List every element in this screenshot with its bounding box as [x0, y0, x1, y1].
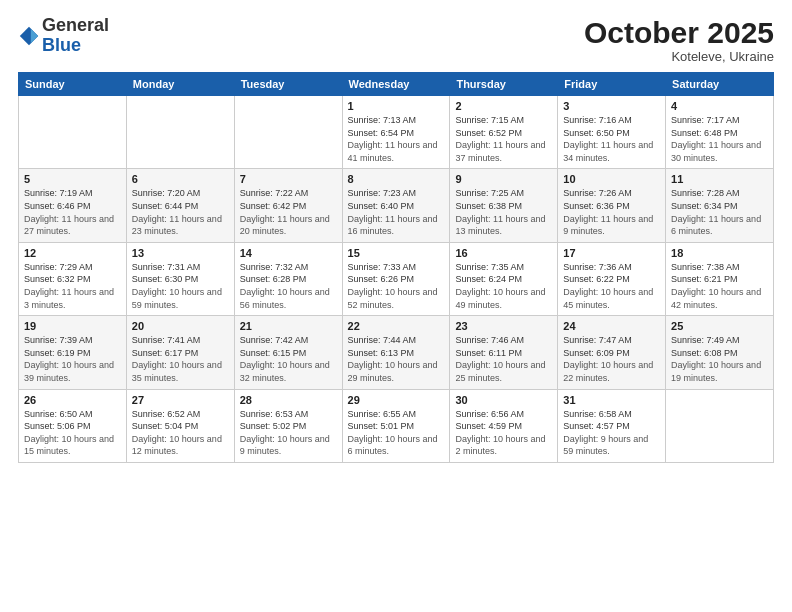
daylight-label: Daylight: 11 hours and 20 minutes. — [240, 214, 330, 237]
day-cell: 29Sunrise: 6:55 AMSunset: 5:01 PMDayligh… — [342, 389, 450, 462]
day-info: Sunrise: 7:44 AMSunset: 6:13 PMDaylight:… — [348, 334, 445, 384]
daylight-label: Daylight: 10 hours and 6 minutes. — [348, 434, 438, 457]
day-info: Sunrise: 6:53 AMSunset: 5:02 PMDaylight:… — [240, 408, 337, 458]
day-number: 3 — [563, 100, 660, 112]
daylight-label: Daylight: 11 hours and 27 minutes. — [24, 214, 114, 237]
daylight-label: Daylight: 11 hours and 30 minutes. — [671, 140, 761, 163]
day-cell: 11Sunrise: 7:28 AMSunset: 6:34 PMDayligh… — [666, 169, 774, 242]
daylight-label: Daylight: 10 hours and 12 minutes. — [132, 434, 222, 457]
day-info: Sunrise: 7:41 AMSunset: 6:17 PMDaylight:… — [132, 334, 229, 384]
day-info: Sunrise: 7:39 AMSunset: 6:19 PMDaylight:… — [24, 334, 121, 384]
col-saturday: Saturday — [666, 73, 774, 96]
calendar-table: Sunday Monday Tuesday Wednesday Thursday… — [18, 72, 774, 463]
day-cell: 23Sunrise: 7:46 AMSunset: 6:11 PMDayligh… — [450, 316, 558, 389]
day-cell: 10Sunrise: 7:26 AMSunset: 6:36 PMDayligh… — [558, 169, 666, 242]
day-number: 31 — [563, 394, 660, 406]
day-info: Sunrise: 7:22 AMSunset: 6:42 PMDaylight:… — [240, 187, 337, 237]
day-number: 26 — [24, 394, 121, 406]
day-cell — [666, 389, 774, 462]
day-number: 9 — [455, 173, 552, 185]
col-monday: Monday — [126, 73, 234, 96]
logo: General Blue — [18, 16, 109, 56]
day-number: 14 — [240, 247, 337, 259]
weekday-header-row: Sunday Monday Tuesday Wednesday Thursday… — [19, 73, 774, 96]
day-number: 25 — [671, 320, 768, 332]
day-number: 2 — [455, 100, 552, 112]
daylight-label: Daylight: 11 hours and 13 minutes. — [455, 214, 545, 237]
day-cell: 2Sunrise: 7:15 AMSunset: 6:52 PMDaylight… — [450, 96, 558, 169]
daylight-label: Daylight: 10 hours and 45 minutes. — [563, 287, 653, 310]
week-row-2: 5Sunrise: 7:19 AMSunset: 6:46 PMDaylight… — [19, 169, 774, 242]
day-cell: 8Sunrise: 7:23 AMSunset: 6:40 PMDaylight… — [342, 169, 450, 242]
day-number: 4 — [671, 100, 768, 112]
daylight-label: Daylight: 10 hours and 9 minutes. — [240, 434, 330, 457]
daylight-label: Daylight: 10 hours and 42 minutes. — [671, 287, 761, 310]
day-number: 23 — [455, 320, 552, 332]
day-number: 5 — [24, 173, 121, 185]
day-cell: 4Sunrise: 7:17 AMSunset: 6:48 PMDaylight… — [666, 96, 774, 169]
day-number: 29 — [348, 394, 445, 406]
day-info: Sunrise: 7:23 AMSunset: 6:40 PMDaylight:… — [348, 187, 445, 237]
day-info: Sunrise: 7:17 AMSunset: 6:48 PMDaylight:… — [671, 114, 768, 164]
day-info: Sunrise: 7:35 AMSunset: 6:24 PMDaylight:… — [455, 261, 552, 311]
day-number: 10 — [563, 173, 660, 185]
day-number: 27 — [132, 394, 229, 406]
header: General Blue October 2025 Koteleve, Ukra… — [18, 16, 774, 64]
week-row-1: 1Sunrise: 7:13 AMSunset: 6:54 PMDaylight… — [19, 96, 774, 169]
col-wednesday: Wednesday — [342, 73, 450, 96]
day-cell: 3Sunrise: 7:16 AMSunset: 6:50 PMDaylight… — [558, 96, 666, 169]
day-info: Sunrise: 7:25 AMSunset: 6:38 PMDaylight:… — [455, 187, 552, 237]
svg-marker-1 — [31, 28, 38, 43]
day-number: 12 — [24, 247, 121, 259]
day-cell: 31Sunrise: 6:58 AMSunset: 4:57 PMDayligh… — [558, 389, 666, 462]
day-info: Sunrise: 6:55 AMSunset: 5:01 PMDaylight:… — [348, 408, 445, 458]
col-sunday: Sunday — [19, 73, 127, 96]
daylight-label: Daylight: 10 hours and 56 minutes. — [240, 287, 330, 310]
day-cell: 27Sunrise: 6:52 AMSunset: 5:04 PMDayligh… — [126, 389, 234, 462]
day-cell: 17Sunrise: 7:36 AMSunset: 6:22 PMDayligh… — [558, 242, 666, 315]
week-row-4: 19Sunrise: 7:39 AMSunset: 6:19 PMDayligh… — [19, 316, 774, 389]
daylight-label: Daylight: 11 hours and 3 minutes. — [24, 287, 114, 310]
day-info: Sunrise: 7:15 AMSunset: 6:52 PMDaylight:… — [455, 114, 552, 164]
daylight-label: Daylight: 10 hours and 35 minutes. — [132, 360, 222, 383]
day-info: Sunrise: 6:58 AMSunset: 4:57 PMDaylight:… — [563, 408, 660, 458]
day-info: Sunrise: 7:42 AMSunset: 6:15 PMDaylight:… — [240, 334, 337, 384]
logo-icon — [18, 25, 40, 47]
week-row-3: 12Sunrise: 7:29 AMSunset: 6:32 PMDayligh… — [19, 242, 774, 315]
daylight-label: Daylight: 10 hours and 49 minutes. — [455, 287, 545, 310]
day-number: 7 — [240, 173, 337, 185]
daylight-label: Daylight: 10 hours and 15 minutes. — [24, 434, 114, 457]
daylight-label: Daylight: 11 hours and 9 minutes. — [563, 214, 653, 237]
day-cell: 21Sunrise: 7:42 AMSunset: 6:15 PMDayligh… — [234, 316, 342, 389]
logo-general-text: General — [42, 15, 109, 35]
day-number: 22 — [348, 320, 445, 332]
day-info: Sunrise: 7:19 AMSunset: 6:46 PMDaylight:… — [24, 187, 121, 237]
month-title: October 2025 — [584, 16, 774, 49]
daylight-label: Daylight: 11 hours and 41 minutes. — [348, 140, 438, 163]
day-number: 20 — [132, 320, 229, 332]
day-info: Sunrise: 7:38 AMSunset: 6:21 PMDaylight:… — [671, 261, 768, 311]
daylight-label: Daylight: 10 hours and 39 minutes. — [24, 360, 114, 383]
day-info: Sunrise: 7:29 AMSunset: 6:32 PMDaylight:… — [24, 261, 121, 311]
daylight-label: Daylight: 11 hours and 23 minutes. — [132, 214, 222, 237]
day-number: 24 — [563, 320, 660, 332]
day-info: Sunrise: 7:31 AMSunset: 6:30 PMDaylight:… — [132, 261, 229, 311]
daylight-label: Daylight: 10 hours and 25 minutes. — [455, 360, 545, 383]
daylight-label: Daylight: 10 hours and 22 minutes. — [563, 360, 653, 383]
logo-blue-text: Blue — [42, 35, 81, 55]
day-cell: 19Sunrise: 7:39 AMSunset: 6:19 PMDayligh… — [19, 316, 127, 389]
day-info: Sunrise: 7:47 AMSunset: 6:09 PMDaylight:… — [563, 334, 660, 384]
day-cell: 15Sunrise: 7:33 AMSunset: 6:26 PMDayligh… — [342, 242, 450, 315]
day-info: Sunrise: 6:56 AMSunset: 4:59 PMDaylight:… — [455, 408, 552, 458]
day-info: Sunrise: 7:13 AMSunset: 6:54 PMDaylight:… — [348, 114, 445, 164]
day-info: Sunrise: 7:16 AMSunset: 6:50 PMDaylight:… — [563, 114, 660, 164]
day-info: Sunrise: 7:46 AMSunset: 6:11 PMDaylight:… — [455, 334, 552, 384]
day-cell: 30Sunrise: 6:56 AMSunset: 4:59 PMDayligh… — [450, 389, 558, 462]
day-info: Sunrise: 7:33 AMSunset: 6:26 PMDaylight:… — [348, 261, 445, 311]
day-info: Sunrise: 6:50 AMSunset: 5:06 PMDaylight:… — [24, 408, 121, 458]
day-cell: 20Sunrise: 7:41 AMSunset: 6:17 PMDayligh… — [126, 316, 234, 389]
daylight-label: Daylight: 10 hours and 29 minutes. — [348, 360, 438, 383]
col-thursday: Thursday — [450, 73, 558, 96]
day-number: 13 — [132, 247, 229, 259]
day-number: 6 — [132, 173, 229, 185]
